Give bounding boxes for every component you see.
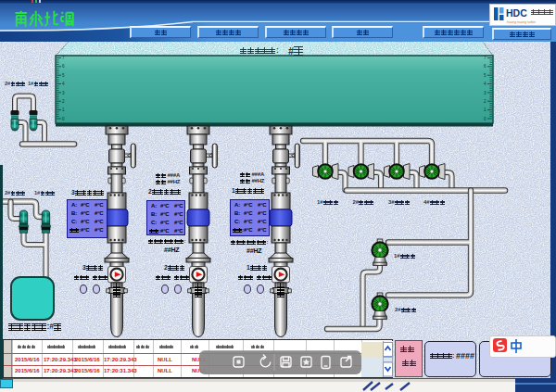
- svg-text:0: 0: [484, 117, 486, 121]
- svg-text:4: 4: [484, 82, 486, 86]
- svg-text:4: 4: [62, 82, 65, 86]
- svg-text:6: 6: [62, 64, 65, 69]
- svg-text:0: 0: [62, 117, 65, 121]
- svg-text:2: 2: [484, 99, 486, 104]
- svg-text:3: 3: [484, 91, 486, 95]
- svg-text:6: 6: [484, 64, 486, 69]
- svg-text:7: 7: [62, 56, 65, 60]
- svg-text:5: 5: [62, 73, 65, 78]
- svg-text:2: 2: [62, 99, 65, 104]
- svg-text:1: 1: [484, 107, 486, 112]
- svg-text:HDC: HDC: [506, 7, 527, 19]
- svg-text:7: 7: [484, 56, 486, 60]
- svg-text:5: 5: [484, 73, 486, 78]
- svg-text:huang nuang turbin: huang nuang turbin: [507, 20, 536, 24]
- svg-text:3: 3: [62, 91, 65, 95]
- svg-text:1: 1: [62, 107, 65, 112]
